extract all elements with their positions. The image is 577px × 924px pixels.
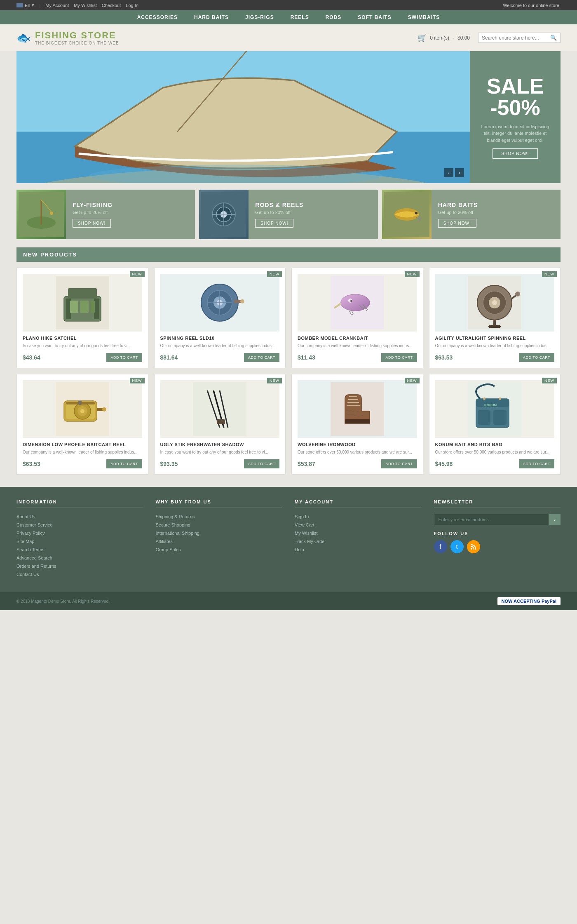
search-area: 🔍: [478, 33, 561, 43]
new-products-section: NEW PRODUCTS New PLANO HIKE SATCHEL In c…: [16, 247, 561, 475]
add-to-cart-4[interactable]: ADD TO CART: [106, 459, 142, 468]
nav-accessories[interactable]: ACCESSORIES: [137, 14, 178, 20]
facebook-icon[interactable]: f: [434, 540, 447, 553]
footer-link-track-order[interactable]: Track My Order: [295, 539, 326, 544]
footer-link-sign-in[interactable]: Sign In: [295, 514, 309, 519]
footer-link-international[interactable]: International Shipping: [156, 531, 199, 536]
cart-separator: -: [453, 35, 454, 41]
svg-rect-20: [68, 288, 97, 299]
fly-fishing-image: [16, 190, 66, 239]
fly-fishing-shop-button[interactable]: SHOP NOW!: [73, 219, 111, 228]
rss-icon[interactable]: [467, 540, 480, 553]
footer-link-customer-service[interactable]: Customer Service: [16, 522, 52, 527]
newsletter-input-area: ›: [434, 514, 561, 525]
sale-shop-now-button[interactable]: SHOP NOW!: [493, 148, 537, 159]
hero-next-button[interactable]: ›: [455, 168, 464, 177]
logo-fishing: FISHING: [35, 30, 77, 40]
rods-reels-image: [199, 190, 249, 239]
product-price-2: $11.43: [298, 354, 315, 361]
product-footer-1: $81.64 ADD TO CART: [160, 353, 280, 362]
new-badge-3: New: [542, 271, 557, 277]
footer-link-affiliates[interactable]: Affiliates: [156, 539, 173, 544]
nav-rods[interactable]: RODS: [326, 14, 342, 20]
paypal-brand: PayPal: [542, 599, 556, 604]
footer-link-help[interactable]: Help: [295, 547, 304, 552]
svg-rect-72: [478, 410, 490, 425]
search-button[interactable]: 🔍: [550, 35, 557, 41]
svg-point-17: [415, 212, 418, 214]
store-name: FISHING STORE: [35, 30, 119, 41]
add-to-cart-1[interactable]: ADD TO CART: [244, 353, 279, 362]
nav-jigs-rigs[interactable]: JIGS-RIGS: [245, 14, 274, 20]
add-to-cart-7[interactable]: ADD TO CART: [519, 459, 554, 468]
product-footer-2: $11.43 ADD TO CART: [298, 353, 417, 362]
top-bar-left: En ▾ | My Account My Wishlist Checkout L…: [16, 2, 138, 8]
product-price-5: $93.35: [160, 461, 178, 467]
site-header: 🐟 FISHING STORE THE BIGGEST CHOICE ON TH…: [0, 24, 577, 51]
footer-link-site-map[interactable]: Site Map: [16, 539, 34, 544]
twitter-icon[interactable]: t: [450, 540, 464, 553]
add-to-cart-6[interactable]: ADD TO CART: [381, 459, 417, 468]
footer-link-about[interactable]: About Us: [16, 514, 35, 519]
footer-link-orders-returns[interactable]: Orders and Returns: [16, 564, 56, 569]
welcome-message: Welcome to our online store!: [503, 3, 561, 8]
product-image-2: [298, 274, 417, 332]
newsletter-email-input[interactable]: [434, 514, 549, 525]
cart-total: $0.00: [457, 35, 470, 41]
sale-description: Lorem ipsum dolor sitcodispiscing elit. …: [478, 123, 552, 144]
footer-link-view-cart[interactable]: View Cart: [295, 522, 314, 527]
nav-hard-baits[interactable]: HARD BAITS: [194, 14, 229, 20]
footer-link-shipping[interactable]: Shipping & Returns: [156, 514, 195, 519]
sale-title: SALE: [487, 75, 544, 97]
checkout-link[interactable]: Checkout: [102, 3, 121, 8]
svg-point-48: [515, 292, 520, 296]
language-selector[interactable]: En ▾: [16, 2, 34, 8]
copyright-text: © 2013 Magento Demo Store. All Rights Re…: [16, 599, 110, 604]
newsletter-submit-button[interactable]: ›: [549, 514, 561, 525]
add-to-cart-2[interactable]: ADD TO CART: [381, 353, 417, 362]
product-card-0: New PLANO HIKE SATCHEL In case you want …: [16, 268, 148, 368]
nav-soft-baits[interactable]: SOFT BAITS: [358, 14, 391, 20]
logo-text: FISHING STORE THE BIGGEST CHOICE ON THE …: [35, 30, 119, 45]
add-to-cart-0[interactable]: ADD TO CART: [106, 353, 142, 362]
fish-icon: 🐟: [16, 31, 31, 45]
new-products-header: NEW PRODUCTS: [16, 247, 561, 262]
store-tagline: THE BIGGEST CHOICE ON THE WEB: [35, 41, 119, 45]
footer-link-search-terms[interactable]: Search Terms: [16, 547, 45, 552]
product-name-7: KORUM BAIT AND BITS BAG: [435, 442, 555, 447]
product-footer-5: $93.35 ADD TO CART: [160, 459, 280, 468]
hero-prev-button[interactable]: ‹: [444, 168, 453, 177]
new-badge-2: New: [405, 271, 420, 277]
new-products-title: NEW PRODUCTS: [23, 252, 77, 258]
product-card-1: New SPINNING REEL SLD10 Our company: [154, 268, 286, 368]
my-account-link[interactable]: My Account: [45, 3, 69, 8]
add-to-cart-3[interactable]: ADD TO CART: [519, 353, 554, 362]
footer-why-buy: WHY BUY FROM US Shipping & Returns Secur…: [156, 499, 283, 580]
product-desc-0: In case you want to try out any of our g…: [23, 343, 142, 349]
footer-link-privacy[interactable]: Privacy Policy: [16, 531, 45, 536]
svg-point-54: [80, 409, 84, 413]
nav-swimbaits[interactable]: SWIMBAITS: [408, 14, 440, 20]
main-navigation: ACCESSORIES HARD BAITS JIGS-RIGS REELS R…: [0, 10, 577, 24]
flag-icon: [16, 3, 23, 7]
rods-reels-shop-button[interactable]: SHOP NOW!: [255, 219, 293, 228]
cart-area[interactable]: 🛒 0 item(s) - $0.00: [418, 33, 470, 42]
footer-link-contact[interactable]: Contact Us: [16, 572, 39, 577]
my-wishlist-link[interactable]: My Wishlist: [74, 3, 97, 8]
svg-rect-58: [78, 401, 82, 405]
footer-link-my-wishlist[interactable]: My Wishlist: [295, 531, 318, 536]
footer-link-advanced-search[interactable]: Advanced Search: [16, 555, 52, 560]
nav-reels[interactable]: REELS: [291, 14, 309, 20]
add-to-cart-5[interactable]: ADD TO CART: [244, 459, 279, 468]
product-name-0: PLANO HIKE SATCHEL: [23, 336, 142, 341]
footer-link-secure-shopping[interactable]: Secure Shopping: [156, 522, 190, 527]
svg-point-8: [50, 212, 53, 215]
login-link[interactable]: Log In: [126, 3, 138, 8]
footer-link-group-sales[interactable]: Group Sales: [156, 547, 181, 552]
svg-point-34: [240, 299, 244, 303]
sale-percent: -50%: [490, 97, 540, 118]
paypal-badge: NOW ACCEPTING PayPal: [497, 597, 561, 605]
search-input[interactable]: [482, 35, 548, 41]
footer-my-account: MY ACCOUNT Sign In View Cart My Wishlist…: [295, 499, 422, 580]
hard-baits-shop-button[interactable]: SHOP NOW!: [438, 219, 476, 228]
